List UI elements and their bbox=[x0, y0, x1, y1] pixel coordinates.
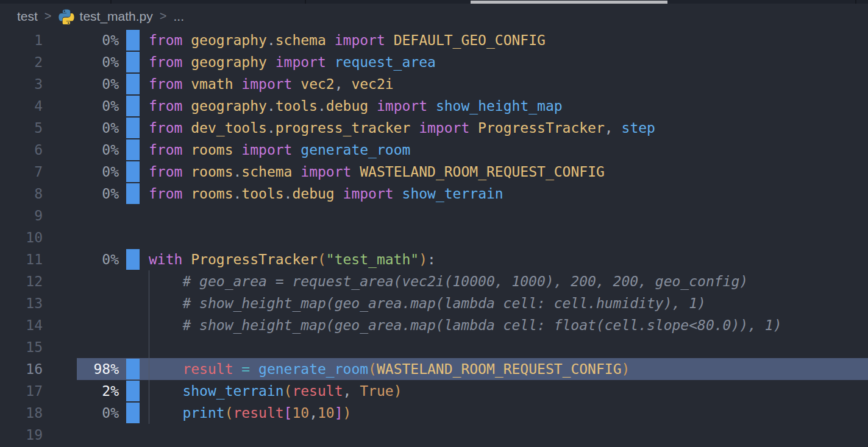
coverage-indicator bbox=[126, 139, 140, 160]
code-token bbox=[233, 142, 242, 158]
code-text[interactable] bbox=[149, 205, 868, 227]
code-line[interactable]: 70%from rooms.schema import WASTELAND_RO… bbox=[0, 161, 868, 183]
code-text[interactable]: with ProgressTracker("test_math"): bbox=[149, 248, 868, 270]
code-token: result bbox=[292, 383, 343, 399]
code-token: show_terrain bbox=[402, 186, 503, 202]
code-line[interactable]: 172% show_terrain(result, True) bbox=[0, 380, 868, 402]
code-line[interactable]: 20%from geography import request_area bbox=[0, 51, 868, 73]
code-token: from bbox=[149, 120, 182, 136]
code-token bbox=[149, 317, 182, 333]
line-number[interactable]: 13 bbox=[0, 292, 43, 314]
line-number[interactable]: 19 bbox=[0, 424, 43, 446]
code-text[interactable] bbox=[149, 424, 868, 446]
coverage-indicator bbox=[126, 293, 140, 314]
coverage-percent bbox=[43, 336, 119, 358]
code-line[interactable]: 80%from rooms.tools.debug import show_te… bbox=[0, 183, 868, 205]
code-text[interactable]: # show_height_map(geo_area.map(lambda ce… bbox=[149, 314, 868, 336]
code-token: ) bbox=[419, 252, 427, 267]
code-line[interactable]: 13 # show_height_map(geo_area.map(lambda… bbox=[0, 292, 868, 314]
code-line[interactable]: 10 bbox=[0, 227, 868, 248]
coverage-indicator bbox=[126, 424, 140, 445]
code-text[interactable]: # show_height_map(geo_area.map(lambda ce… bbox=[149, 292, 868, 314]
line-number[interactable]: 16 bbox=[0, 358, 43, 380]
code-line[interactable]: 10%from geography.schema import DEFAULT_… bbox=[0, 29, 868, 51]
line-number[interactable]: 4 bbox=[0, 95, 43, 117]
line-number[interactable]: 7 bbox=[0, 161, 43, 183]
line-number[interactable]: 8 bbox=[0, 183, 43, 205]
code-line[interactable]: 40%from geography.tools.debug import sho… bbox=[0, 95, 868, 117]
coverage-indicator bbox=[126, 118, 140, 138]
line-number[interactable]: 9 bbox=[0, 205, 43, 227]
code-text[interactable]: from geography.schema import DEFAULT_GEO… bbox=[149, 29, 868, 51]
line-number[interactable]: 5 bbox=[0, 117, 43, 139]
code-line[interactable]: 50%from dev_tools.progress_tracker impor… bbox=[0, 117, 868, 139]
line-number[interactable]: 3 bbox=[0, 73, 43, 95]
code-token bbox=[182, 76, 191, 92]
line-number[interactable]: 10 bbox=[0, 227, 43, 248]
code-token: geography bbox=[191, 32, 267, 48]
code-line[interactable]: 19 bbox=[0, 424, 868, 446]
code-line[interactable]: 180% print(result[10,10]) bbox=[0, 402, 868, 424]
code-token: show_terrain bbox=[182, 383, 283, 399]
coverage-percent: 0% bbox=[43, 73, 119, 95]
code-text[interactable]: from geography.tools.debug import show_h… bbox=[149, 95, 868, 117]
line-number[interactable]: 12 bbox=[0, 270, 43, 292]
gutter-gap bbox=[119, 402, 126, 424]
coverage-percent bbox=[43, 270, 119, 292]
code-token bbox=[427, 98, 436, 114]
code-token bbox=[351, 383, 360, 399]
gutter-gap bbox=[140, 139, 149, 161]
code-text[interactable]: from dev_tools.progress_tracker import P… bbox=[149, 117, 868, 139]
gutter-gap bbox=[119, 117, 126, 139]
code-token: : bbox=[427, 252, 436, 267]
code-text[interactable]: print(result[10,10]) bbox=[149, 402, 868, 424]
code-text[interactable]: from rooms.schema import WASTELAND_ROOM_… bbox=[149, 161, 868, 183]
line-number[interactable]: 2 bbox=[0, 51, 43, 73]
code-line[interactable]: 1698% result = generate_room(WASTELAND_R… bbox=[0, 358, 868, 380]
breadcrumb-item-folder[interactable]: test bbox=[17, 4, 38, 29]
line-number[interactable]: 1 bbox=[0, 29, 43, 51]
line-number[interactable]: 18 bbox=[0, 402, 43, 424]
code-line[interactable]: 30%from vmath import vec2, vec2i bbox=[0, 73, 868, 95]
gutter-gap bbox=[119, 29, 126, 51]
code-line[interactable]: 15 bbox=[0, 336, 868, 358]
code-text[interactable]: from rooms import generate_room bbox=[149, 139, 868, 161]
code-token: result bbox=[233, 405, 284, 421]
coverage-indicator bbox=[126, 183, 140, 204]
code-token: dev_tools bbox=[191, 120, 267, 136]
code-token: request_area bbox=[335, 54, 436, 70]
line-number[interactable]: 14 bbox=[0, 314, 43, 336]
python-icon bbox=[59, 9, 74, 24]
code-token bbox=[182, 32, 191, 48]
line-number[interactable]: 17 bbox=[0, 380, 43, 402]
code-text[interactable]: show_terrain(result, True) bbox=[149, 380, 868, 402]
code-text[interactable]: from vmath import vec2, vec2i bbox=[149, 73, 868, 95]
coverage-indicator bbox=[126, 161, 140, 182]
code-line[interactable]: 9 bbox=[0, 205, 868, 227]
code-text[interactable] bbox=[149, 336, 868, 358]
line-number[interactable]: 15 bbox=[0, 336, 43, 358]
code-token: import bbox=[419, 120, 469, 136]
code-text[interactable]: # geo_area = request_area(vec2i(10000, 1… bbox=[149, 270, 868, 292]
breadcrumb-item-file[interactable]: test_math.py bbox=[59, 4, 153, 29]
coverage-percent: 0% bbox=[43, 161, 119, 183]
code-line[interactable]: 14 # show_height_map(geo_area.map(lambda… bbox=[0, 314, 868, 336]
code-line[interactable]: 110%with ProgressTracker("test_math"): bbox=[0, 248, 868, 270]
line-number[interactable]: 6 bbox=[0, 139, 43, 161]
code-line[interactable]: 60%from rooms import generate_room bbox=[0, 139, 868, 161]
code-token: import bbox=[301, 164, 351, 180]
gutter-gap bbox=[119, 161, 126, 183]
code-text[interactable]: from geography import request_area bbox=[149, 51, 868, 73]
coverage-percent: 0% bbox=[43, 51, 119, 73]
code-token bbox=[335, 186, 343, 202]
code-text[interactable]: from rooms.tools.debug import show_terra… bbox=[149, 183, 868, 205]
code-text[interactable]: result = generate_room(WASTELAND_ROOM_RE… bbox=[149, 358, 868, 380]
breadcrumb-item-symbol[interactable]: ... bbox=[173, 4, 184, 29]
code-token bbox=[149, 361, 182, 377]
code-token bbox=[233, 76, 242, 92]
line-number[interactable]: 11 bbox=[0, 248, 43, 270]
code-text[interactable] bbox=[149, 227, 868, 248]
code-token: , bbox=[605, 120, 613, 136]
code-line[interactable]: 12 # geo_area = request_area(vec2i(10000… bbox=[0, 270, 868, 292]
code-token: from bbox=[149, 54, 182, 70]
